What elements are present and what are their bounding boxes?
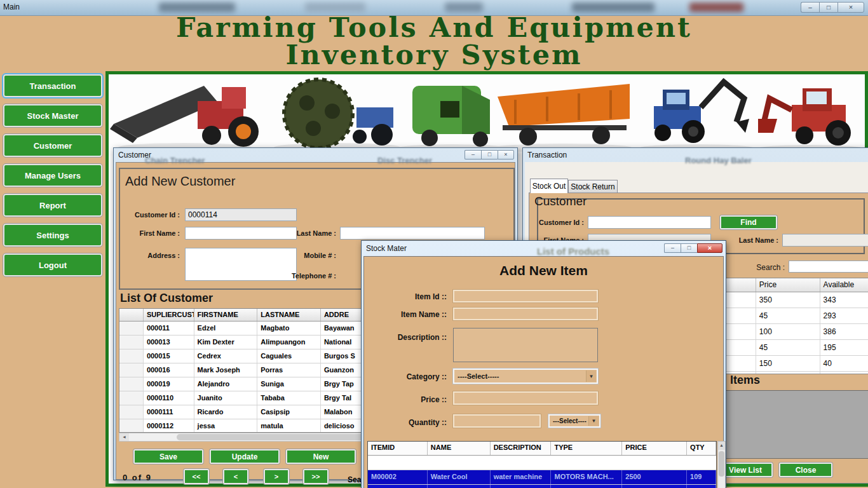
vertical-scrollbar[interactable]: ▲ bbox=[717, 441, 726, 488]
caption-disc-trencher: Disc Trencher bbox=[377, 156, 432, 165]
sidebar-button[interactable]: Customer bbox=[3, 134, 102, 157]
category-select[interactable]: ----Select----- ▼ bbox=[453, 369, 598, 384]
scroll-up-icon[interactable]: ▲ bbox=[718, 442, 725, 450]
equipment-banner-image bbox=[109, 74, 865, 156]
chevron-down-icon[interactable]: ▼ bbox=[588, 416, 599, 426]
quantity-label: Quantity :: bbox=[369, 418, 447, 427]
item-row[interactable]: M00003 Air Cool Air machine MOTORS MACH.… bbox=[368, 485, 716, 488]
taskbar-blur-blob bbox=[159, 3, 235, 12]
column-header[interactable]: Price bbox=[756, 278, 820, 292]
search-label-fragment: Sea bbox=[348, 475, 361, 484]
caption-chain-trencher: Chain Trencher bbox=[145, 156, 205, 165]
scrollbar-thumb[interactable] bbox=[719, 451, 724, 477]
disc-trencher-image bbox=[274, 79, 401, 152]
add-new-item-heading: Add New Item bbox=[364, 263, 723, 278]
maximize-button[interactable]: □ bbox=[481, 150, 498, 159]
price-field[interactable] bbox=[453, 391, 598, 405]
first-name-field[interactable] bbox=[185, 227, 297, 240]
close-icon[interactable]: × bbox=[837, 2, 864, 13]
sidebar: Transaction Stock Master Customer Manage… bbox=[3, 74, 102, 283]
close-icon[interactable]: × bbox=[498, 150, 514, 159]
item-name-field[interactable] bbox=[453, 308, 598, 320]
update-button[interactable]: Update bbox=[210, 449, 280, 464]
round-hay-baler-image bbox=[398, 86, 506, 152]
scrollbar-thumb[interactable] bbox=[177, 434, 367, 440]
main-window-title: Main bbox=[3, 3, 20, 11]
last-name-field[interactable] bbox=[340, 227, 485, 240]
minimize-button[interactable]: – bbox=[801, 2, 819, 13]
description-field[interactable] bbox=[453, 328, 598, 362]
taskbar-blur-blob bbox=[689, 3, 743, 12]
products-heading-blur: List of Products bbox=[537, 246, 609, 257]
column-header[interactable]: Available bbox=[820, 278, 868, 292]
column-header[interactable]: LASTNAME bbox=[257, 309, 321, 321]
item-id-label: Item Id :: bbox=[369, 292, 447, 301]
item-name-label: Item Name :: bbox=[369, 310, 447, 319]
sidebar-button[interactable]: Transaction bbox=[3, 74, 102, 97]
restore-button[interactable]: □ bbox=[681, 243, 697, 253]
column-header[interactable]: DESCRIPTION bbox=[491, 442, 552, 455]
address-label: Address : bbox=[121, 252, 180, 259]
scroll-left-icon[interactable]: ◄ bbox=[119, 433, 129, 441]
row-header bbox=[119, 363, 144, 377]
chevron-down-icon[interactable]: ▼ bbox=[586, 370, 596, 382]
item-row[interactable]: M000010 Electric Motor Machine MOTORS MA… bbox=[368, 456, 716, 470]
front-loader-tractor-image bbox=[757, 88, 865, 152]
chain-trencher-image bbox=[110, 86, 259, 152]
last-record-button[interactable]: >> bbox=[303, 469, 329, 484]
quantity-field[interactable] bbox=[453, 414, 541, 428]
save-button[interactable]: Save bbox=[133, 449, 203, 464]
last-name-field[interactable] bbox=[782, 234, 868, 247]
column-header[interactable]: PRICE bbox=[622, 442, 687, 455]
customer-id-field[interactable] bbox=[588, 216, 711, 229]
column-header[interactable]: ITEMID bbox=[368, 442, 428, 455]
quantity-unit-select[interactable]: ---Select---- ▼ bbox=[548, 414, 600, 428]
sidebar-button[interactable]: Stock Master bbox=[3, 104, 102, 127]
next-record-button[interactable]: > bbox=[264, 469, 289, 484]
taskbar-blur-blob bbox=[305, 3, 365, 12]
sidebar-button[interactable]: Manage Users bbox=[3, 164, 102, 187]
item-row[interactable]: M00002 Water Cool water machine MOTORS M… bbox=[368, 470, 716, 485]
description-label: Description :: bbox=[369, 333, 447, 342]
minimize-button[interactable]: – bbox=[465, 150, 481, 159]
tab-stock-out[interactable]: Stock Out bbox=[530, 179, 568, 193]
item-id-field[interactable] bbox=[453, 290, 598, 302]
row-header bbox=[119, 391, 144, 405]
column-header[interactable]: SUPLIERCUSTOME bbox=[144, 309, 194, 321]
customer-id-field[interactable] bbox=[185, 208, 297, 221]
previous-record-button[interactable]: < bbox=[223, 469, 248, 484]
manure-spreader-image bbox=[493, 84, 633, 152]
first-name-label: First Name : bbox=[121, 229, 180, 237]
transaction-window-title: Transaction bbox=[527, 151, 567, 159]
sidebar-button[interactable]: Logout bbox=[3, 254, 102, 276]
backhoe-tractor-image bbox=[639, 82, 754, 152]
category-label: Category :: bbox=[369, 372, 447, 381]
row-header bbox=[119, 349, 144, 363]
close-icon[interactable]: × bbox=[697, 243, 722, 253]
maximize-button[interactable]: □ bbox=[819, 2, 837, 13]
main-window: Main – □ × Farming Tools And Equipment I… bbox=[0, 0, 868, 488]
sidebar-button[interactable]: Settings bbox=[3, 224, 102, 247]
category-selected-value: ----Select----- bbox=[458, 372, 499, 380]
list-of-customer-heading: List Of Customer bbox=[120, 292, 213, 305]
column-header[interactable]: FIRSTNAME bbox=[194, 309, 258, 321]
sidebar-button[interactable]: Report bbox=[3, 194, 102, 217]
add-new-customer-heading: Add New Customer bbox=[125, 174, 235, 189]
telephone-label: Telephone # : bbox=[266, 272, 336, 280]
stock-master-window: Stock Mater – □ × Add New Item Item Id :… bbox=[361, 240, 726, 488]
minimize-button[interactable]: – bbox=[664, 243, 681, 253]
stock-master-window-title: Stock Mater bbox=[366, 244, 407, 253]
row-header-column bbox=[119, 309, 144, 321]
tab-stock-return[interactable]: Stock Return bbox=[568, 180, 618, 193]
column-header[interactable]: QTY bbox=[687, 442, 716, 455]
search-input[interactable] bbox=[789, 261, 868, 273]
stock-master-window-body: Add New Item Item Id :: Item Name :: Des… bbox=[363, 256, 724, 488]
column-header[interactable]: NAME bbox=[428, 442, 491, 455]
column-header[interactable]: TYPE bbox=[551, 442, 622, 455]
close-button[interactable]: Close bbox=[779, 463, 832, 477]
find-button[interactable]: Find bbox=[720, 215, 777, 229]
mobile-label: Mobile # : bbox=[275, 252, 336, 259]
first-record-button[interactable]: << bbox=[184, 469, 209, 484]
items-grid-header: ITEMID NAME DESCRIPTION TYPE PRICE QTY bbox=[368, 442, 716, 456]
new-button[interactable]: New bbox=[286, 449, 356, 464]
